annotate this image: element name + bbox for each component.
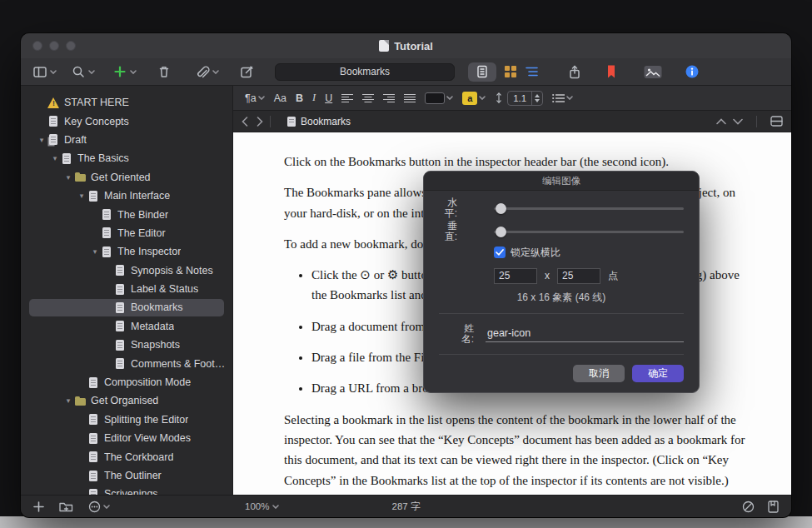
binder-item[interactable]: Key Concepts	[21, 112, 232, 130]
toolbar-search-field[interactable]: Bookmarks	[275, 63, 455, 81]
horizontal-slider[interactable]	[494, 202, 684, 214]
image-name-input[interactable]	[486, 326, 684, 342]
share-button[interactable]	[567, 64, 582, 80]
media-button[interactable]	[644, 65, 662, 79]
inspector-info-button[interactable]	[685, 64, 700, 79]
word-count: 287 字	[392, 501, 421, 513]
binder-item[interactable]: ▾ Main Interface	[21, 187, 232, 205]
binder-item-label: The Editor	[117, 227, 166, 239]
binder-item[interactable]: Bookmarks	[21, 298, 232, 316]
binder-item[interactable]: Label & Status	[21, 280, 232, 298]
highlight-color-button[interactable]: a	[462, 92, 486, 105]
binder-item[interactable]: ▾ The Basics	[21, 149, 232, 167]
underline-button[interactable]: U	[325, 92, 332, 104]
outline-view-button[interactable]	[525, 65, 539, 78]
chevron-down-icon[interactable]	[130, 70, 137, 74]
line-spacing-control[interactable]: 1.1	[495, 91, 543, 106]
binder-item[interactable]: The Outliner	[21, 466, 232, 485]
forward-button[interactable]	[257, 117, 263, 127]
disclosure-triangle-icon[interactable]: ▾	[62, 173, 74, 182]
disclosure-triangle-icon[interactable]: ▾	[62, 396, 74, 405]
compose-button[interactable]	[239, 64, 255, 80]
ok-button[interactable]: 确定	[632, 365, 684, 382]
bold-button[interactable]: B	[296, 92, 303, 104]
toolbar: Bookmarks	[21, 58, 791, 86]
text-color-button[interactable]	[425, 92, 453, 104]
binder-item[interactable]: Scrivenings	[21, 485, 232, 495]
italic-button[interactable]: I	[312, 92, 316, 104]
binder-item[interactable]: ▾ The Inspector	[21, 242, 232, 261]
font-button[interactable]: Aa	[274, 92, 286, 104]
binder-item[interactable]: Snapshots	[21, 336, 232, 354]
binder-item[interactable]: Synopsis & Notes	[21, 262, 232, 280]
binder-item[interactable]: Editor View Modes	[21, 429, 232, 447]
back-button[interactable]	[242, 117, 248, 127]
circle-slash-icon[interactable]	[742, 501, 755, 513]
height-input[interactable]	[557, 268, 600, 284]
split-editor-button[interactable]	[770, 116, 783, 127]
chevron-down-icon[interactable]	[50, 70, 57, 74]
slider-track	[494, 207, 684, 210]
binder-item-label: The Outliner	[104, 470, 162, 481]
align-left-button[interactable]	[341, 93, 353, 103]
chevron-down-icon[interactable]	[212, 70, 219, 74]
zoom-button[interactable]	[66, 41, 76, 51]
binder-item[interactable]: ▾ Get Organised	[21, 391, 232, 410]
disclosure-triangle-icon[interactable]: ▾	[89, 247, 101, 256]
vertical-slider[interactable]	[494, 226, 684, 237]
action-menu-button[interactable]	[88, 501, 101, 513]
slider-knob[interactable]	[496, 227, 506, 237]
chevron-down-icon[interactable]	[88, 70, 95, 74]
binder-item[interactable]: Metadata	[21, 317, 232, 336]
doc-icon	[87, 470, 100, 482]
binder-item[interactable]: The Editor	[21, 224, 232, 242]
doc-icon	[87, 190, 100, 202]
trash-button[interactable]	[157, 64, 172, 79]
cancel-button[interactable]: 取消	[573, 365, 625, 382]
search-button[interactable]	[71, 64, 86, 79]
edit-image-dialog: 编辑图像 水平: 垂直: 锁定纵横比	[423, 171, 700, 393]
binder-item[interactable]: The Binder	[21, 205, 232, 223]
slider-knob[interactable]	[496, 203, 506, 214]
close-button[interactable]	[32, 41, 42, 51]
document-view-button[interactable]	[468, 62, 496, 82]
chevron-down-icon[interactable]	[103, 505, 110, 509]
stack-icon	[47, 133, 60, 146]
add-folder-button[interactable]	[59, 501, 73, 512]
binder-item[interactable]: Composition Mode	[21, 373, 232, 391]
binder-item[interactable]: START HERE	[21, 93, 232, 112]
attach-button[interactable]	[194, 64, 210, 80]
lock-aspect-ratio-checkbox[interactable]: 锁定纵横比	[494, 246, 684, 259]
document-icon	[287, 117, 296, 127]
corkboard-view-button[interactable]	[504, 65, 517, 78]
add-item-button[interactable]	[112, 64, 127, 79]
width-input[interactable]	[494, 268, 537, 284]
doc-icon	[114, 283, 127, 296]
next-document-button[interactable]	[733, 118, 743, 125]
list-style-button[interactable]	[552, 93, 573, 103]
bookmark-button[interactable]	[605, 64, 618, 79]
disclosure-triangle-icon[interactable]: ▾	[49, 154, 61, 162]
disclosure-triangle-icon[interactable]: ▾	[36, 136, 47, 144]
align-right-button[interactable]	[383, 93, 395, 103]
zoom-control[interactable]: 100%	[245, 501, 279, 511]
binder-item[interactable]: The Corkboard	[21, 447, 232, 466]
page-flag-icon[interactable]	[768, 501, 779, 513]
add-document-button[interactable]	[33, 501, 44, 512]
spacing-stepper[interactable]	[531, 92, 542, 105]
line-spacing-value: 1.1	[508, 92, 531, 105]
view-mode-button[interactable]	[32, 64, 47, 79]
binder-item[interactable]: ▾ Get Oriented	[21, 168, 232, 187]
previous-document-button[interactable]	[716, 118, 726, 125]
binder-item[interactable]: Splitting the Editor	[21, 411, 232, 429]
paragraph-style-button[interactable]: ¶a	[245, 92, 265, 104]
binder-item-label: Synopsis & Notes	[131, 265, 213, 276]
binder-item[interactable]: ▾ Draft	[21, 131, 232, 149]
minimize-button[interactable]	[49, 41, 59, 51]
align-justify-button[interactable]	[404, 93, 416, 103]
line-height-icon	[495, 92, 503, 104]
binder-item[interactable]: Comments & Foot…	[21, 354, 232, 372]
binder-list: START HERE Key Concepts ▾ Draft ▾ The Ba…	[21, 86, 233, 495]
align-center-button[interactable]	[362, 93, 374, 103]
disclosure-triangle-icon[interactable]: ▾	[76, 192, 87, 200]
